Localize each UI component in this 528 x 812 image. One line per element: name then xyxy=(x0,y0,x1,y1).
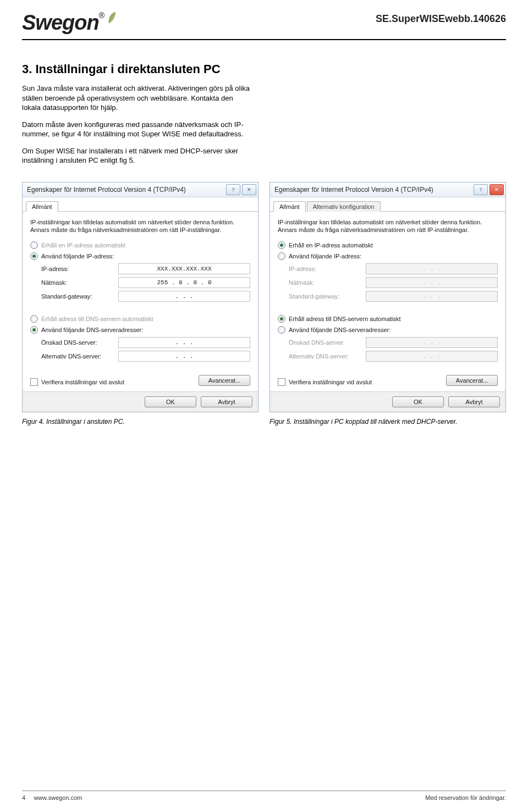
body-para-2: Datorn måste även konfigureras med passa… xyxy=(22,120,253,139)
radio-auto-ip[interactable]: Erhåll en IP-adress automatiskt xyxy=(278,241,498,249)
radio-label: Använd följande IP-adress: xyxy=(289,253,361,259)
checkbox-label: Verifiera inställningar vid avslut xyxy=(41,379,124,385)
help-text: IP-inställningar kan tilldelas automatis… xyxy=(278,218,498,234)
radio-manual-dns[interactable]: Använd följande DNS-serveradresser: xyxy=(278,326,498,334)
input-gateway[interactable]: . . . xyxy=(118,291,250,302)
radio-auto-ip[interactable]: Erhåll en IP-adress automatiskt xyxy=(30,241,250,249)
radio-icon xyxy=(30,326,38,334)
checkbox-icon xyxy=(278,378,285,386)
help-button[interactable]: ? xyxy=(474,184,488,195)
titlebar: Egenskaper för Internet Protocol Version… xyxy=(23,183,258,197)
radio-manual-dns[interactable]: Använd följande DNS-serveradresser: xyxy=(30,326,250,334)
label-gateway: Standard-gateway: xyxy=(41,293,118,300)
input-ip[interactable]: XXX.XXX.XXX.XXX xyxy=(118,263,250,274)
advanced-button[interactable]: Avancerat... xyxy=(199,375,250,386)
leaf-icon xyxy=(107,11,117,24)
dialog-fig5: Egenskaper för Internet Protocol Version… xyxy=(270,182,506,413)
input-dns1: . . . xyxy=(366,337,498,348)
body-para-3: Om Super WISE har installerats i ett nät… xyxy=(22,146,253,165)
radio-label: Använd följande DNS-serveradresser: xyxy=(289,327,391,333)
input-mask: . . . xyxy=(366,277,498,288)
dialog-title: Egenskaper för Internet Protocol Version… xyxy=(274,186,472,194)
page-header: Swegon® SE.SuperWISEwebb.140626 xyxy=(22,11,506,40)
page-number: 4 xyxy=(22,794,25,801)
logo-text: Swegon xyxy=(22,11,99,35)
footer-rights: Med reservation för ändringar. xyxy=(425,794,506,801)
radio-label: Erhåll en IP-adress automatiskt xyxy=(289,242,373,248)
label-dns2: Alternativ DNS-server: xyxy=(41,353,118,360)
close-button[interactable]: ✕ xyxy=(490,184,504,195)
tab-strip: Allmänt Alternativ konfiguration xyxy=(270,197,505,212)
caption-fig5: Figur 5. Inställningar i PC kopplad till… xyxy=(270,418,506,426)
tab-general[interactable]: Allmänt xyxy=(273,201,306,212)
radio-icon xyxy=(30,252,38,260)
tab-strip: Allmänt xyxy=(23,197,258,212)
cancel-button[interactable]: Avbryt xyxy=(448,396,500,407)
radio-manual-ip[interactable]: Använd följande IP-adress: xyxy=(30,252,250,260)
input-mask[interactable]: 255 . 0 . 0 . 0 xyxy=(118,277,250,288)
label-ip: IP-adress: xyxy=(41,266,118,272)
logo-reg: ® xyxy=(99,11,105,20)
cancel-button[interactable]: Avbryt xyxy=(201,396,252,407)
input-dns2: . . . xyxy=(366,351,498,362)
help-button[interactable]: ? xyxy=(226,184,240,195)
help-text: IP-inställningar kan tilldelas automatis… xyxy=(30,218,250,234)
radio-icon xyxy=(30,241,38,249)
radio-label: Använd följande IP-adress: xyxy=(41,253,114,259)
body-para-1: Sun Java måste vara installerat och akti… xyxy=(22,84,253,113)
radio-manual-ip[interactable]: Använd följande IP-adress: xyxy=(278,252,498,260)
advanced-button[interactable]: Avancerat... xyxy=(446,375,498,386)
dialog-fig4: Egenskaper för Internet Protocol Version… xyxy=(22,182,258,413)
radio-icon xyxy=(278,252,285,260)
tab-alt-config[interactable]: Alternativ konfiguration xyxy=(307,201,381,212)
radio-auto-dns[interactable]: Erhåll adress till DNS-servern automatis… xyxy=(278,315,498,323)
label-dns2: Alternativ DNS-server: xyxy=(289,353,366,360)
caption-fig4: Figur 4. Inställningar i ansluten PC. xyxy=(22,418,258,426)
label-mask: Nätmask: xyxy=(41,279,118,286)
doc-id: SE.SuperWISEwebb.140626 xyxy=(376,13,506,25)
checkbox-label: Verifiera inställningar vid avslut xyxy=(289,379,372,385)
radio-auto-dns[interactable]: Erhåll adress till DNS-servern automatis… xyxy=(30,315,250,323)
input-ip: . . . xyxy=(366,263,498,274)
label-ip: IP-adress: xyxy=(289,266,366,272)
label-gateway: Standard-gateway: xyxy=(289,293,366,300)
label-dns1: Önskad DNS-server: xyxy=(41,339,118,346)
radio-label: Erhåll adress till DNS-servern automatis… xyxy=(41,316,153,322)
radio-icon xyxy=(278,315,285,323)
footer-url: www.swegon.com xyxy=(34,794,82,801)
checkbox-icon xyxy=(30,378,38,386)
radio-icon xyxy=(278,241,285,249)
input-dns1[interactable]: . . . xyxy=(118,337,250,348)
radio-label: Erhåll adress till DNS-servern automatis… xyxy=(289,316,401,322)
radio-label: Erhåll en IP-adress automatiskt xyxy=(41,242,125,248)
logo: Swegon® xyxy=(22,11,117,35)
titlebar: Egenskaper för Internet Protocol Version… xyxy=(270,183,505,197)
dialog-title: Egenskaper för Internet Protocol Version… xyxy=(27,186,224,194)
close-button[interactable]: ✕ xyxy=(242,184,256,195)
page-footer: 4 www.swegon.com Med reservation för änd… xyxy=(22,791,506,801)
radio-icon xyxy=(278,326,285,334)
radio-label: Använd följande DNS-serveradresser: xyxy=(41,327,143,333)
label-dns1: Önskad DNS-server: xyxy=(289,339,366,346)
radio-icon xyxy=(30,315,38,323)
ok-button[interactable]: OK xyxy=(392,396,444,407)
tab-general[interactable]: Allmänt xyxy=(26,201,58,212)
label-mask: Nätmask: xyxy=(289,279,366,286)
ok-button[interactable]: OK xyxy=(145,396,196,407)
input-dns2[interactable]: . . . xyxy=(118,351,250,362)
section-heading: 3. Inställningar i direktansluten PC xyxy=(22,62,506,76)
input-gateway: . . . xyxy=(366,291,498,302)
